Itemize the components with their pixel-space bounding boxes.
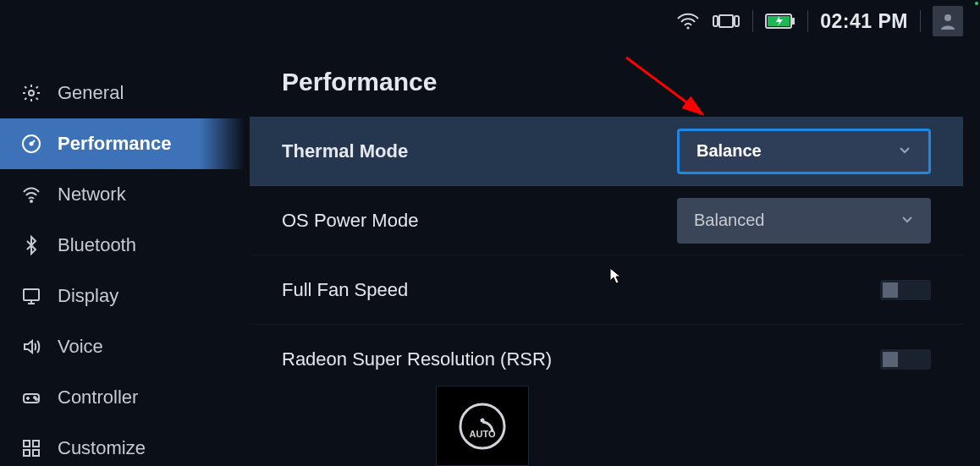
sidebar-item-label: Voice — [58, 336, 103, 358]
svg-rect-5 — [792, 18, 795, 25]
avatar[interactable] — [933, 6, 963, 36]
chevron-down-icon — [898, 141, 911, 161]
sidebar-item-controller[interactable]: Controller — [0, 372, 250, 423]
sidebar-item-voice[interactable]: Voice — [0, 321, 250, 372]
svg-point-15 — [36, 398, 37, 400]
sidebar-item-label: Customize — [58, 437, 146, 459]
sidebar-item-customize[interactable]: Customize — [0, 423, 250, 466]
setting-label: OS Power Mode — [282, 210, 418, 232]
thermal-mode-dropdown[interactable]: Balance — [677, 129, 931, 174]
sidebar-item-label: Bluetooth — [58, 234, 136, 256]
svg-rect-1 — [719, 15, 733, 27]
svg-rect-3 — [735, 16, 739, 26]
setting-rsr[interactable]: Radeon Super Resolution (RSR) — [250, 325, 963, 394]
rsr-toggle[interactable] — [880, 349, 931, 370]
sidebar-item-general[interactable]: General — [0, 68, 250, 118]
gauge-icon — [20, 134, 42, 154]
status-bar: 02:41 PM — [676, 0, 980, 42]
setting-thermal-mode[interactable]: Thermal Mode Balance — [250, 117, 963, 186]
bluetooth-icon — [20, 235, 42, 255]
svg-point-11 — [30, 200, 32, 202]
svg-rect-18 — [24, 450, 30, 456]
divider — [920, 10, 921, 32]
sidebar-item-label: General — [58, 82, 124, 104]
battery-charging-icon — [765, 13, 796, 30]
sidebar-item-network[interactable]: Network — [0, 169, 250, 220]
svg-point-8 — [29, 90, 34, 96]
svg-rect-17 — [33, 441, 39, 447]
sidebar-item-label: Network — [58, 184, 126, 206]
sidebar: General Performance Network — [0, 68, 250, 466]
svg-rect-12 — [24, 289, 39, 300]
gear-icon — [20, 83, 42, 103]
dropdown-value: Balance — [696, 141, 762, 161]
sidebar-item-display[interactable]: Display — [0, 271, 250, 321]
svg-point-7 — [944, 14, 951, 21]
svg-point-10 — [30, 143, 33, 145]
sidebar-item-performance[interactable]: Performance — [0, 118, 250, 169]
setting-label: Radeon Super Resolution (RSR) — [282, 348, 552, 370]
sidebar-item-label: Display — [58, 285, 118, 307]
full-fan-speed-toggle[interactable] — [880, 280, 931, 300]
wifi-icon — [20, 184, 42, 205]
svg-point-0 — [687, 26, 690, 29]
handheld-icon — [712, 12, 741, 30]
setting-os-power-mode[interactable]: OS Power Mode Balanced — [250, 186, 963, 255]
sidebar-item-bluetooth[interactable]: Bluetooth — [0, 220, 250, 271]
clock: 02:41 PM — [820, 10, 908, 33]
wifi-icon — [676, 12, 700, 30]
monitor-icon — [20, 286, 42, 306]
svg-point-20 — [460, 404, 504, 448]
auto-mode-badge[interactable]: AUTO — [436, 386, 529, 466]
sidebar-item-label: Performance — [58, 133, 172, 155]
svg-rect-2 — [713, 16, 718, 26]
divider — [807, 10, 808, 32]
setting-full-fan-speed[interactable]: Full Fan Speed — [250, 255, 963, 325]
auto-label: AUTO — [470, 429, 496, 439]
setting-label: Thermal Mode — [282, 140, 408, 162]
grid-icon — [20, 438, 42, 458]
page-title: Performance — [250, 59, 963, 117]
divider — [752, 10, 753, 32]
sidebar-item-label: Controller — [58, 387, 138, 408]
chevron-down-icon — [900, 211, 914, 230]
dropdown-value: Balanced — [694, 211, 764, 230]
controller-icon — [20, 387, 42, 408]
svg-rect-16 — [24, 441, 30, 447]
svg-rect-19 — [33, 450, 39, 456]
main-panel: Performance Thermal Mode Balance OS Powe… — [250, 59, 963, 466]
os-power-mode-dropdown[interactable]: Balanced — [677, 198, 931, 244]
setting-label: Full Fan Speed — [282, 279, 408, 301]
speaker-icon — [20, 337, 42, 357]
